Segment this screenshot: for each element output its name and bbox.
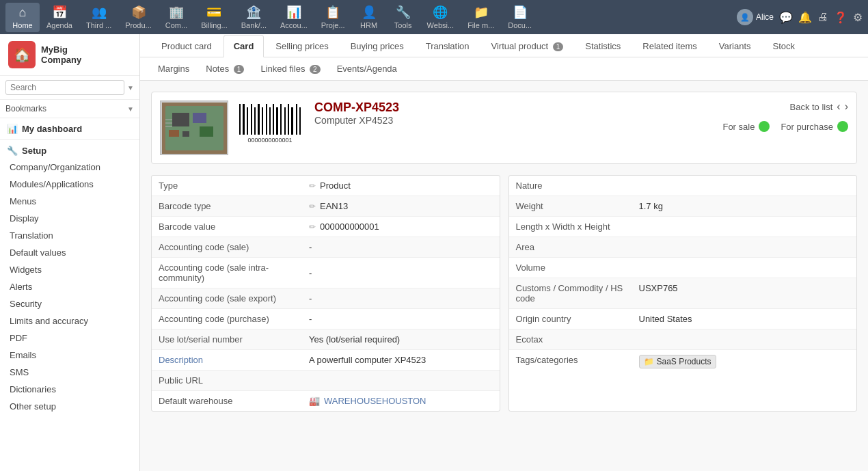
nav-hrm[interactable]: 👤 HRM: [352, 2, 386, 32]
tab-virtual-product[interactable]: Virtual product 1: [481, 35, 574, 57]
warehouse-link[interactable]: WAREHOUSEHOUSTON: [324, 396, 426, 406]
back-to-list[interactable]: Back to list ‹ ›: [789, 100, 848, 113]
websites-icon: 🌐: [433, 5, 448, 20]
accounting-intra-value: -: [302, 258, 500, 288]
right-table: Nature Weight 1.7 kg Length x Width x He…: [508, 175, 858, 412]
nav-filemanager[interactable]: 📁 File m...: [461, 2, 501, 32]
notes-badge: 1: [234, 65, 245, 74]
for-sale-status: For sale: [722, 121, 770, 132]
table-row: Accounting code (sale intra-community) -: [152, 258, 500, 288]
tab-card[interactable]: Card: [223, 35, 265, 57]
sidebar-item-translation[interactable]: Translation: [0, 227, 139, 244]
nav-tools[interactable]: 🔧 Tools: [386, 2, 420, 32]
notification-icon[interactable]: 🔔: [798, 11, 812, 24]
public-url-value: [302, 371, 500, 390]
tab-selling-prices[interactable]: Selling prices: [265, 35, 338, 57]
nav-commercial[interactable]: 🏢 Com...: [159, 2, 194, 32]
origin-label: Origin country: [509, 309, 632, 329]
tab-stock[interactable]: Stock: [763, 35, 806, 57]
my-dashboard-link[interactable]: 📊 My dashboard: [0, 118, 139, 140]
help-icon[interactable]: ❓: [834, 11, 847, 24]
tab-related-items[interactable]: Related items: [632, 35, 707, 57]
tab-buying-prices[interactable]: Buying prices: [340, 35, 414, 57]
sidebar-item-pdf[interactable]: PDF: [0, 329, 139, 347]
table-row: Barcode value ✏ 000000000001: [152, 217, 500, 237]
sidebar-item-security[interactable]: Security: [0, 295, 139, 312]
commercial-icon: 🏢: [169, 5, 184, 20]
tab-statistics[interactable]: Statistics: [575, 35, 631, 57]
documents-icon: 📄: [513, 5, 528, 20]
product-status: For sale For purchase: [722, 121, 848, 132]
nav-projects[interactable]: 📋 Proje...: [314, 2, 352, 32]
sidebar-item-display[interactable]: Display: [0, 210, 139, 227]
barcode-value-edit-icon[interactable]: ✏: [309, 222, 316, 232]
tab-bar: Product card Card Selling prices Buying …: [140, 34, 868, 57]
sub-tab-events-agenda[interactable]: Events/Agenda: [330, 60, 404, 77]
sidebar-item-other-setup[interactable]: Other setup: [0, 398, 139, 415]
filemanager-icon: 📁: [474, 5, 489, 20]
print-icon[interactable]: 🖨: [817, 11, 828, 23]
sidebar-item-sms[interactable]: SMS: [0, 364, 139, 381]
product-barcode: 0000000000001: [239, 100, 301, 144]
svg-rect-3: [193, 113, 206, 123]
sidebar-item-menus[interactable]: Menus: [0, 193, 139, 210]
tools-icon: 🔧: [396, 5, 411, 20]
accounting-purchase-label: Accounting code (purchase): [152, 309, 302, 329]
ecotax-label: Ecotax: [509, 329, 632, 349]
public-url-label: Public URL: [152, 371, 302, 390]
nav-home[interactable]: ⌂ Home: [5, 3, 40, 32]
bookmarks-label: Bookmarks: [5, 104, 46, 113]
type-edit-icon[interactable]: ✏: [309, 181, 316, 191]
nav-agenda[interactable]: 📅 Agenda: [40, 2, 79, 32]
sidebar-item-widgets[interactable]: Widgets: [0, 261, 139, 278]
sidebar-item-alerts[interactable]: Alerts: [0, 278, 139, 295]
next-arrow-icon[interactable]: ›: [845, 100, 848, 113]
tab-translation[interactable]: Translation: [416, 35, 480, 57]
main-layout: 🏠 MyBigCompany ▼ Bookmarks ▼ 📊 My dashbo…: [0, 34, 868, 471]
chat-icon[interactable]: 💬: [779, 11, 793, 24]
table-row: Type ✏ Product: [152, 176, 500, 196]
tag-badge[interactable]: 📁 SaaS Products: [639, 355, 716, 368]
sidebar-item-default-values[interactable]: Default values: [0, 244, 139, 261]
svg-rect-6: [200, 126, 213, 137]
for-sale-indicator: [759, 121, 770, 132]
table-row: Nature: [509, 176, 857, 196]
nav-bank[interactable]: 🏦 Bank/...: [234, 2, 273, 32]
product-name: Computer XP4523: [314, 115, 722, 126]
search-input[interactable]: [5, 80, 124, 95]
nav-products[interactable]: 📦 Produ...: [118, 2, 159, 32]
barcode-type-edit-icon[interactable]: ✏: [309, 202, 316, 211]
barcode-image: [239, 100, 301, 135]
accounting-sale-label: Accounting code (sale): [152, 237, 302, 257]
nav-websites[interactable]: 🌐 Websi...: [420, 2, 461, 32]
table-row: Accounting code (sale) -: [152, 237, 500, 258]
type-label: Type: [152, 176, 302, 196]
table-row: Area: [509, 237, 857, 258]
nature-value: [632, 176, 857, 196]
accounting-purchase-value: -: [302, 309, 500, 329]
prev-arrow-icon[interactable]: ‹: [837, 100, 840, 113]
sidebar-item-modules[interactable]: Modules/Applications: [0, 176, 139, 193]
sidebar-item-company[interactable]: Company/Organization: [0, 159, 139, 176]
search-dropdown-arrow[interactable]: ▼: [127, 84, 134, 92]
virtual-product-badge: 1: [553, 42, 564, 51]
tab-product-card[interactable]: Product card: [151, 35, 222, 57]
sub-tab-linked-files[interactable]: Linked files 2: [254, 60, 327, 77]
for-purchase-status: For purchase: [781, 121, 848, 132]
sidebar-item-emails[interactable]: Emails: [0, 347, 139, 364]
user-avatar: 👤: [737, 9, 753, 25]
products-icon: 📦: [131, 5, 146, 20]
sidebar-item-limits[interactable]: Limits and accuracy: [0, 312, 139, 329]
bookmarks-bar[interactable]: Bookmarks ▼: [0, 100, 139, 118]
nav-billing[interactable]: 💳 Billing...: [194, 2, 234, 32]
barcode-number: 0000000000001: [247, 137, 292, 144]
nav-third[interactable]: 👥 Third ...: [79, 2, 118, 32]
tab-variants[interactable]: Variants: [709, 35, 761, 57]
nav-accounts[interactable]: 📊 Accou...: [273, 2, 314, 32]
sub-tab-margins[interactable]: Margins: [151, 60, 196, 77]
settings-icon[interactable]: ⚙: [853, 11, 863, 24]
sidebar-item-dictionaries[interactable]: Dictionaries: [0, 381, 139, 398]
nav-documents[interactable]: 📄 Docu...: [501, 2, 539, 32]
sub-tab-notes[interactable]: Notes 1: [199, 60, 251, 77]
product-content: 0000000000001 COMP-XP4523 Computer XP452…: [140, 81, 868, 422]
